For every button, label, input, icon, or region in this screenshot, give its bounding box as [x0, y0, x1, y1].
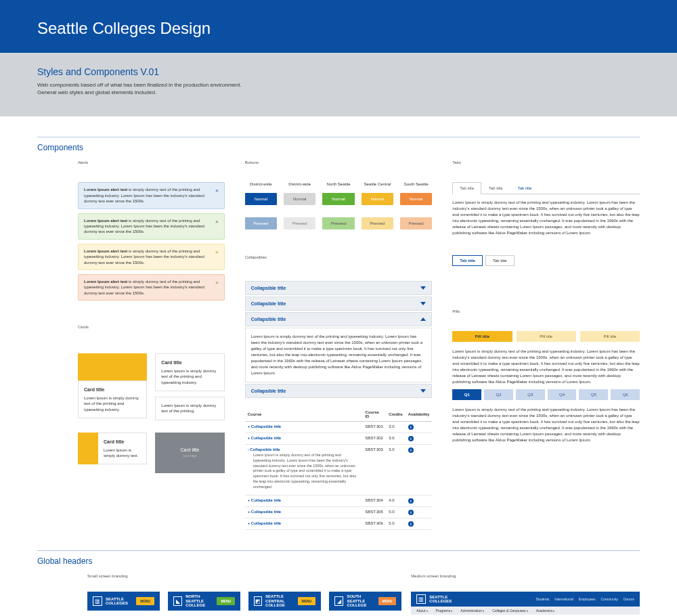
tab-pill-active[interactable]: Tab title	[452, 255, 483, 266]
menu-button[interactable]: MENU	[217, 597, 235, 605]
close-icon[interactable]: ×	[215, 218, 219, 225]
q-pill[interactable]: Q4	[548, 389, 577, 400]
btn-north-normal[interactable]: Normal	[322, 193, 354, 205]
nav-item[interactable]: Administration	[460, 609, 484, 613]
top-link[interactable]: Donors	[624, 597, 634, 601]
info-icon[interactable]: i	[408, 424, 414, 430]
info-icon[interactable]: i	[408, 447, 414, 453]
course-toggle[interactable]: Collapsible title	[248, 498, 282, 502]
info-icon[interactable]: i	[408, 521, 414, 527]
menu-button[interactable]: MENU	[298, 597, 316, 605]
brand-bar-seattle: ▥ SEATTLECOLLEGES MENU	[87, 592, 160, 611]
btn-header: Seattle Central	[362, 182, 393, 186]
course-id: SBST.304	[362, 496, 386, 507]
menu-button[interactable]: MENU	[136, 597, 154, 605]
label-medium-branding: Medium screen branding	[411, 574, 640, 578]
brand-bar-south: ◢ SOUTH SEATTLECOLLEGE MENU	[329, 592, 401, 611]
tab-active[interactable]: Tab title	[452, 182, 481, 194]
top-link[interactable]: Community	[601, 597, 618, 601]
btn-district-normal[interactable]: Normal	[245, 193, 277, 205]
tab-inactive[interactable]: Tab title	[481, 182, 510, 194]
menu-button[interactable]: MENU	[378, 597, 397, 605]
course-id: SBST.306	[362, 519, 386, 530]
collapsible-open[interactable]: Collapsible title	[245, 312, 433, 326]
course-id: SBST.303	[362, 445, 386, 496]
btn-district-pressed[interactable]: Pressed	[245, 217, 277, 229]
q-pill[interactable]: Q2	[484, 389, 513, 400]
collapsible-closed[interactable]: Collapsible title	[245, 281, 433, 295]
course-toggle[interactable]: Collapsible title	[248, 436, 282, 440]
table-row: Collapsible titleLorem Ipsum is simply d…	[245, 445, 433, 496]
col-tabs-pills: Tabs Tab title Tab title Tab title Lorem…	[452, 160, 640, 530]
collapsible-closed[interactable]: Collapsible title	[245, 384, 433, 398]
card-text-only: Lorem Ipsum is simply dummy text of the …	[155, 397, 224, 420]
btn-district2-normal[interactable]: Normal	[284, 193, 315, 205]
top-banner: Seattle Colleges Design	[0, 0, 677, 53]
course-toggle[interactable]: Collapsible title	[248, 447, 280, 452]
q-pill[interactable]: Q5	[579, 389, 608, 400]
top-link[interactable]: Students	[536, 597, 550, 601]
card-text: Lorem Ipsum is simply dummy text.	[104, 448, 138, 458]
collapsible-body: Lorem Ipsum is simply dummy text of the …	[245, 328, 433, 382]
pill-body-2: Lorem Ipsum is simply dummy text of the …	[452, 407, 640, 443]
intro-section: Styles and Components V.01 Web component…	[0, 53, 677, 116]
btn-header: North Seattle	[322, 182, 354, 186]
btn-south-normal[interactable]: Normal	[400, 193, 432, 205]
alert-yellow: Lorem Ipsum alert text is simply dummy t…	[78, 244, 225, 270]
close-icon[interactable]: ×	[215, 248, 219, 256]
pill-body-1: Lorem Ipsum is simply dummy text of the …	[452, 349, 640, 385]
btn-central-pressed[interactable]: Pressed	[362, 217, 393, 229]
q-pill-active[interactable]: Q1	[452, 389, 481, 400]
nav-item[interactable]: About	[416, 609, 427, 613]
course-id: SBST.305	[362, 507, 386, 519]
nav-item[interactable]: Programs	[436, 609, 453, 613]
close-icon[interactable]: ×	[215, 187, 219, 194]
th-course-id: Course ID	[362, 408, 386, 422]
logo-icon: ▥	[416, 594, 426, 604]
alert-text: Lorem Ipsum alert text is simply dummy t…	[84, 279, 210, 296]
section-components-title: Components	[37, 143, 640, 152]
course-id: SBST.302	[362, 433, 386, 445]
card-image-label: bg image	[183, 454, 197, 458]
pill-row-blue: Q1 Q2 Q3 Q4 Q5 Q6	[452, 389, 640, 400]
label-tabs: Tabs	[452, 160, 640, 164]
btn-south-pressed[interactable]: Pressed	[400, 217, 432, 229]
course-id: SBST.301	[362, 422, 386, 433]
btn-central-normal[interactable]: Normal	[362, 193, 393, 205]
section-headers-title: Global headers	[37, 556, 640, 566]
top-link[interactable]: International	[554, 597, 573, 601]
course-credits: 3.0	[386, 422, 406, 433]
course-toggle[interactable]: Collapsible title	[248, 521, 282, 525]
alert-text: Lorem Ipsum alert text is simply dummy t…	[84, 248, 210, 265]
th-availability: Availability	[406, 408, 432, 422]
logo-icon: ◣	[173, 596, 182, 606]
btn-district2-pressed[interactable]: Pressed	[284, 217, 315, 229]
tab-pill-inactive[interactable]: Tab title	[485, 255, 515, 266]
nav-item[interactable]: Academics	[536, 609, 555, 613]
course-table: Course Course ID Credits Availability Co…	[245, 408, 433, 530]
course-toggle[interactable]: Collapsible title	[248, 424, 282, 428]
btn-north-pressed[interactable]: Pressed	[322, 217, 354, 229]
close-icon[interactable]: ×	[215, 279, 219, 286]
table-row: Collapsible titleSBST.3065.0i	[245, 519, 433, 530]
brand-name: SEATTLE CENTRALCOLLEGE	[265, 594, 297, 608]
pill-active[interactable]: Pill title	[452, 331, 512, 342]
brand-name: NORTH SEATTLECOLLEGE	[185, 594, 217, 608]
pill-inactive[interactable]: Pill title	[580, 331, 640, 342]
chevron-down-icon	[420, 302, 426, 305]
q-pill[interactable]: Q6	[611, 389, 640, 400]
brand-bar-central: ◩ SEATTLE CENTRALCOLLEGE MENU	[248, 592, 321, 611]
card-title: Card title	[84, 387, 141, 393]
nav-item[interactable]: Colleges & Campuses	[492, 609, 528, 613]
course-toggle[interactable]: Collapsible title	[248, 510, 282, 514]
tab-link[interactable]: Tab title	[510, 182, 540, 194]
info-icon[interactable]: i	[408, 498, 414, 504]
info-icon[interactable]: i	[408, 510, 414, 515]
info-icon[interactable]: i	[408, 436, 414, 441]
label-pills: Pills	[452, 309, 640, 313]
pill-inactive[interactable]: Pill title	[517, 331, 576, 342]
top-link[interactable]: Employees	[579, 597, 596, 601]
collapsible-closed[interactable]: Collapsible title	[245, 296, 433, 311]
q-pill[interactable]: Q3	[516, 389, 545, 400]
brand-bar-north: ◣ NORTH SEATTLECOLLEGE MENU	[168, 592, 240, 611]
